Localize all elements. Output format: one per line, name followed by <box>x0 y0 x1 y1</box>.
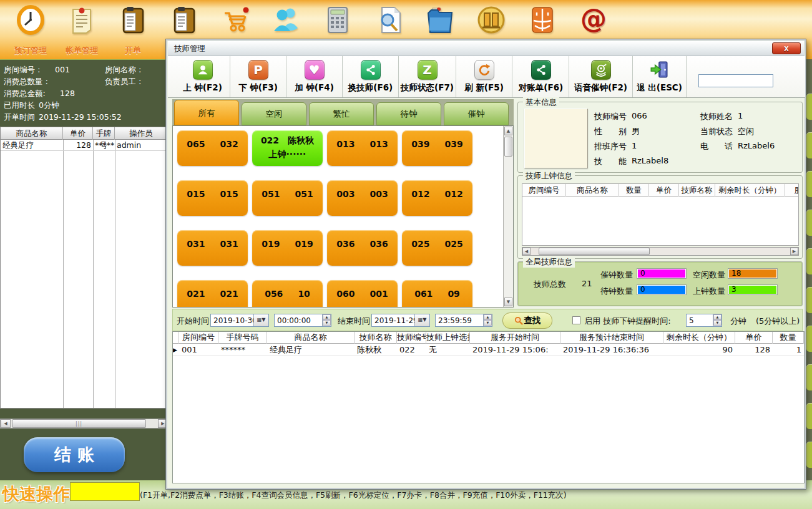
technician-button-012[interactable]: 012012 <box>402 180 472 216</box>
field-label: 已用时长 <box>4 100 35 111</box>
p-badge-icon: P <box>248 60 268 80</box>
spin-down-icon[interactable]: ▼ <box>713 320 722 326</box>
refresh-icon <box>474 60 494 80</box>
app-root: 预订管理帐单管理开单@ 房间编号：001房间名称：消费总数量：负责员工：消费总金… <box>0 0 812 509</box>
technician-total-label: 技师总数 <box>534 279 566 290</box>
search-button[interactable]: 查找 <box>502 313 552 329</box>
time-spinner[interactable]: ▲▼ <box>713 314 722 326</box>
tab-3[interactable]: 繁忙 <box>309 102 374 125</box>
searchdoc-icon <box>374 5 404 35</box>
technician-code-name: 051051 <box>252 189 323 199</box>
calendar-dropdown-icon[interactable]: ▦▼ <box>414 314 429 326</box>
start-time-picker[interactable]: 00:00:00 ▲▼ <box>274 314 331 327</box>
scroll-down-icon[interactable]: ▼ <box>504 298 512 306</box>
technician-name: 003 <box>370 189 388 199</box>
counter-label: 待钟数量 <box>600 286 633 297</box>
scrollbar-thumb[interactable]: ||| <box>12 419 146 428</box>
group-title: 技师上钟信息 <box>523 171 575 182</box>
voice-icon <box>591 60 611 80</box>
grid-vscrollbar[interactable]: ▲ ▼ <box>503 126 513 307</box>
scroll-left-icon[interactable]: ◀ <box>1 419 11 428</box>
session-info-group: 技师上钟信息 房间编号商品名称数量单价技师名称剩余时长（分钟）服务开始 ◀ ▶ <box>517 175 803 259</box>
column-header: 数量 <box>773 332 804 344</box>
column-header: 房间编号 <box>179 332 218 344</box>
scroll-left-icon[interactable]: ◀ <box>522 248 531 255</box>
time-spinner[interactable]: ▲▼ <box>483 314 492 326</box>
toolbar-item-0[interactable]: 预订管理 <box>5 0 56 59</box>
technician-button-060[interactable]: 060001 <box>327 280 398 308</box>
spin-down-icon[interactable]: ▼ <box>484 320 492 326</box>
table-cell: ****** <box>218 344 267 356</box>
tab-2[interactable]: 空闲 <box>242 102 306 125</box>
button-label: 技师状态(F7) <box>399 82 456 94</box>
column-header: 数量 <box>619 184 649 196</box>
quick-action-input[interactable] <box>70 482 140 501</box>
checkout-button[interactable]: 结账 <box>24 437 125 472</box>
technician-button-061[interactable]: 06109 <box>402 280 472 308</box>
toolbar-item-1[interactable]: 帐单管理 <box>56 0 107 59</box>
dialog-toolbar-refresh-button[interactable]: 刷 新(F5) <box>456 56 512 97</box>
remind-checkbox[interactable] <box>572 316 580 324</box>
technician-button-065[interactable]: 065032 <box>177 130 248 166</box>
remind-minutes-spinner[interactable]: 5 ▲▼ <box>686 314 722 327</box>
technician-button-031[interactable]: 031031 <box>177 230 248 266</box>
tab-5[interactable]: 催钟 <box>444 102 509 125</box>
close-button[interactable]: X <box>772 42 801 54</box>
field-label: 房间名称： <box>105 65 144 75</box>
technician-code: 019 <box>262 239 280 249</box>
dialog-toolbar-person-button[interactable]: 上 钟(F2) <box>175 56 230 97</box>
dialog-toolbar-share-dark-button[interactable]: 对账单(F6) <box>513 56 569 97</box>
spin-up-icon[interactable]: ▲ <box>713 314 722 320</box>
technician-name: 10 <box>298 289 310 299</box>
scrollbar-thumb[interactable] <box>504 137 512 157</box>
technician-button-015[interactable]: 015015 <box>177 180 248 216</box>
info-value: 1 <box>632 141 637 150</box>
session-hscrollbar[interactable]: ◀ ▶ <box>522 247 799 256</box>
calendar-dropdown-icon[interactable]: ▦▼ <box>253 314 268 326</box>
dialog-toolbar-exit-door-button[interactable]: 退 出(ESC) <box>633 56 687 97</box>
dialog-titlebar[interactable]: 技师管理 X <box>168 41 804 56</box>
time-spinner[interactable]: ▲▼ <box>322 314 331 326</box>
table-row[interactable]: ▶001******经典足疗陈秋秋022无2019-11-29 15:06:20… <box>173 344 804 356</box>
technician-search-input[interactable] <box>698 74 773 87</box>
order-table-hscrollbar[interactable]: ◀ ||| ▶ <box>0 419 169 429</box>
end-time-picker[interactable]: 23:59:59 ▲▼ <box>435 314 492 327</box>
technician-button-036[interactable]: 036036 <box>327 230 398 266</box>
table-divider <box>115 127 115 408</box>
spin-up-icon[interactable]: ▲ <box>323 314 331 320</box>
tab-1[interactable]: 所有 <box>174 100 239 125</box>
basic-info-group: 基本信息 技师编号066技师姓名1性 别男当前状态空闲排班序号1电 话RzLab… <box>517 102 803 173</box>
spin-up-icon[interactable]: ▲ <box>484 314 492 320</box>
technician-button-056[interactable]: 05610 <box>252 280 323 308</box>
technician-button-003[interactable]: 003003 <box>327 180 398 216</box>
dialog-toolbar-share-button[interactable]: 换技师(F6) <box>343 56 399 97</box>
technician-button-021[interactable]: 021021 <box>177 280 248 308</box>
start-date-picker[interactable]: 2019-10-30 ▦▼ <box>210 314 269 327</box>
background-room-button <box>806 171 812 197</box>
dialog-toolbar-voice-button[interactable]: 语音催钟(F2) <box>569 56 633 97</box>
table-cell: 128 <box>735 344 773 356</box>
end-date-picker[interactable]: 2019-11-29 ▦▼ <box>371 314 430 327</box>
technician-grid: ▲ ▼ 065032022陈秋秋上钟······0130130390390150… <box>172 125 514 308</box>
tab-4[interactable]: 待钟 <box>376 102 441 125</box>
technician-button-051[interactable]: 051051 <box>252 180 323 216</box>
technician-button-019[interactable]: 019019 <box>252 230 323 266</box>
button-label: 换技师(F6) <box>343 82 398 94</box>
button-label: 加 钟(F4) <box>286 82 342 94</box>
table-divider <box>63 127 64 408</box>
toolbar-item-2[interactable]: 开单 <box>107 0 159 59</box>
spin-down-icon[interactable]: ▼ <box>323 320 331 326</box>
dialog-toolbar-z-badge-button[interactable]: Z技师状态(F7) <box>399 56 456 97</box>
dialog-toolbar-p-badge-button[interactable]: P下 钟(F3) <box>230 56 286 97</box>
scroll-right-icon[interactable]: ▶ <box>790 248 798 255</box>
scroll-up-icon[interactable]: ▲ <box>504 127 512 135</box>
scrollbar-thumb[interactable] <box>539 248 650 255</box>
technician-button-022[interactable]: 022陈秋秋上钟······ <box>252 130 323 166</box>
technician-button-039[interactable]: 039039 <box>402 130 472 166</box>
technician-name: 051 <box>295 189 313 199</box>
technician-button-013[interactable]: 013013 <box>327 130 398 166</box>
technician-button-025[interactable]: 025025 <box>402 230 472 266</box>
technician-name: 039 <box>445 139 463 149</box>
dialog-toolbar-heart-button[interactable]: ♥加 钟(F4) <box>286 56 343 97</box>
table-row[interactable]: 经典足疗128*****admin <box>1 140 168 151</box>
